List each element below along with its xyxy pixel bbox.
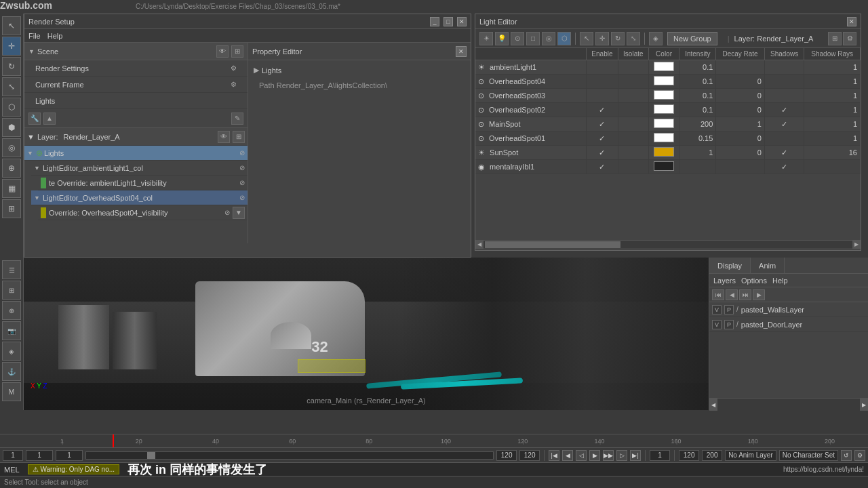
timeline[interactable]: 1 20 40 60 80 100 120 140 160 180 200 xyxy=(0,434,868,447)
le-rotate-btn[interactable]: ↻ xyxy=(611,32,625,45)
light-intensity-0[interactable]: 0.1 xyxy=(679,60,716,75)
range-end[interactable]: 120 xyxy=(519,450,540,461)
lights-group-item[interactable]: ▼ ⊕ Lights ⊘ xyxy=(24,146,248,161)
light-shadows-0[interactable] xyxy=(764,60,804,75)
light-row-7[interactable]: ◉ mentalrayIbl1 ✓ ✓ xyxy=(475,160,861,174)
frame-start-number[interactable]: 1 xyxy=(3,450,23,461)
frame-current-input[interactable]: 1 xyxy=(26,450,53,461)
light-decay-4[interactable]: 1 xyxy=(716,117,765,131)
door-v-btn[interactable]: V xyxy=(712,320,722,329)
le-scroll-right[interactable]: ▶ xyxy=(852,241,861,249)
light-shadow-rays-5[interactable]: 1 xyxy=(804,131,861,146)
move-tool-btn[interactable]: ✛ xyxy=(2,37,21,56)
light-decay-1[interactable]: 0 xyxy=(716,75,765,89)
play-prev-key[interactable]: |◀ xyxy=(549,450,559,461)
light-intensity-3[interactable]: 0.1 xyxy=(679,103,716,117)
le-sun-btn[interactable]: ☀ xyxy=(479,32,493,45)
light-color-3[interactable] xyxy=(648,103,679,117)
light-shadow-rays-7[interactable] xyxy=(804,160,861,174)
rotate-tool-btn[interactable]: ↻ xyxy=(2,57,21,76)
light-color-6[interactable] xyxy=(648,146,679,160)
tab-anim[interactable]: Anim xyxy=(751,258,785,273)
rp-menu-layers[interactable]: Layers xyxy=(713,277,736,285)
ambient-col-item[interactable]: ▼ LightEditor_ambientLight1_col ⊘ xyxy=(31,161,248,176)
light-intensity-7[interactable] xyxy=(679,160,716,174)
timeline-playhead[interactable] xyxy=(113,434,114,447)
light-decay-5[interactable]: 0 xyxy=(716,131,765,146)
le-bulb-btn[interactable]: 💡 xyxy=(495,32,509,45)
render-settings-row[interactable]: Render Settings ⚙ xyxy=(24,60,248,77)
light-color-4[interactable] xyxy=(648,117,679,131)
rs-menu-file[interactable]: File xyxy=(28,32,41,40)
light-shadows-1[interactable] xyxy=(764,75,804,89)
render-settings-gear[interactable]: ⚙ xyxy=(231,64,237,72)
rs-menu-help[interactable]: Help xyxy=(47,32,63,40)
overhead04-visibility-expand[interactable]: ▼ xyxy=(233,207,245,219)
current-frame-row[interactable]: Current Frame ⚙ xyxy=(24,77,248,93)
vlt-anchor[interactable]: ⚓ xyxy=(2,362,21,381)
layer-item-walls[interactable]: V P / pasted_WallsLayer xyxy=(709,302,868,317)
light-shadow-rays-2[interactable]: 1 xyxy=(804,89,861,103)
timeline-slider[interactable] xyxy=(85,451,494,460)
overhead04-action[interactable]: ⊘ xyxy=(239,194,245,201)
overhead04-visibility-action[interactable]: ⊘ xyxy=(224,209,230,216)
light-shadow-rays-4[interactable]: 1 xyxy=(804,117,861,131)
lasso-tool-btn[interactable]: ⬡ xyxy=(2,98,21,117)
rs-edit[interactable]: ✎ xyxy=(231,113,243,125)
vlt-select[interactable]: ☰ xyxy=(2,260,21,279)
anim-layer-dropdown[interactable]: No Anim Layer xyxy=(725,450,776,461)
light-isolate-6[interactable] xyxy=(618,146,648,160)
light-color-1[interactable] xyxy=(648,75,679,89)
light-enable-6[interactable]: ✓ xyxy=(586,146,618,160)
ambient-action[interactable]: ⊘ xyxy=(239,164,245,171)
layer-item-door[interactable]: V P / pasted_DoorLayer xyxy=(709,317,868,332)
range-out-right[interactable]: 200 xyxy=(702,450,722,461)
paint-btn[interactable]: ⬢ xyxy=(2,118,21,137)
play-prev-frame[interactable]: ◀ xyxy=(562,450,573,461)
snap-btn[interactable]: ⊞ xyxy=(2,199,21,218)
light-row-3[interactable]: ⊙ OverheadSpot02 ✓ 0.1 0 ✓ 1 xyxy=(475,103,861,117)
light-row-2[interactable]: ⊙ OverheadSpot03 0.1 0 1 xyxy=(475,89,861,103)
light-enable-1[interactable] xyxy=(586,75,618,89)
light-isolate-1[interactable] xyxy=(618,75,648,89)
playhead-input[interactable]: 1 xyxy=(56,450,83,461)
le-scroll-left[interactable]: ◀ xyxy=(475,241,484,249)
le-extra1[interactable]: ⊞ xyxy=(828,32,842,45)
overhead04-visibility-item[interactable]: Override: OverheadSpot04_visibility ⊘ ▼ xyxy=(38,205,248,220)
light-color-2[interactable] xyxy=(648,89,679,103)
rp-arrow-left[interactable]: ◀ xyxy=(709,399,717,411)
light-isolate-4[interactable] xyxy=(618,117,648,131)
light-color-0[interactable] xyxy=(648,60,679,75)
light-row-4[interactable]: ⊙ MainSpot ✓ 200 1 ✓ 1 xyxy=(475,117,861,131)
light-shadow-rays-1[interactable]: 1 xyxy=(804,75,861,89)
door-p-btn[interactable]: P xyxy=(724,320,734,329)
le-select-btn[interactable]: ↖ xyxy=(580,32,593,45)
rp-menu-help[interactable]: Help xyxy=(772,277,788,285)
scene-visibility-btn[interactable]: 👁 xyxy=(216,45,229,58)
layer-visibility-btn[interactable]: 👁 xyxy=(218,131,230,143)
light-decay-3[interactable]: 0 xyxy=(716,103,765,117)
le-spot-btn[interactable]: ⊙ xyxy=(511,32,524,45)
light-enable-0[interactable] xyxy=(586,60,618,75)
light-shadow-rays-3[interactable]: 1 xyxy=(804,103,861,117)
le-render-btn[interactable]: ⬡ xyxy=(557,32,571,45)
light-intensity-2[interactable]: 0.1 xyxy=(679,89,716,103)
rp-tb2[interactable]: ◀ xyxy=(726,289,738,300)
light-shadow-rays-6[interactable]: 16 xyxy=(804,146,861,160)
camera-btn[interactable]: ▦ xyxy=(2,179,21,198)
play-next-frame[interactable]: ▷ xyxy=(616,450,627,461)
render-setup-close[interactable]: ✕ xyxy=(457,17,467,26)
current-frame-gear[interactable]: ⚙ xyxy=(231,81,237,88)
light-shadows-5[interactable] xyxy=(764,131,804,146)
light-shadow-rays-0[interactable]: 1 xyxy=(804,60,861,75)
walls-p-btn[interactable]: P xyxy=(724,305,734,314)
light-intensity-5[interactable]: 0.15 xyxy=(679,131,716,146)
rp-tb1[interactable]: ⏮ xyxy=(712,289,724,300)
property-editor-close[interactable]: ✕ xyxy=(456,46,467,57)
light-shadows-6[interactable]: ✓ xyxy=(764,146,804,160)
anim-extra2[interactable]: ⚙ xyxy=(854,450,865,461)
rp-arrow-right[interactable]: ▶ xyxy=(860,399,868,411)
vlt-grid[interactable]: ⊞ xyxy=(2,281,21,300)
light-enable-5[interactable]: ✓ xyxy=(586,131,618,146)
play-next-key[interactable]: ▶| xyxy=(630,450,641,461)
